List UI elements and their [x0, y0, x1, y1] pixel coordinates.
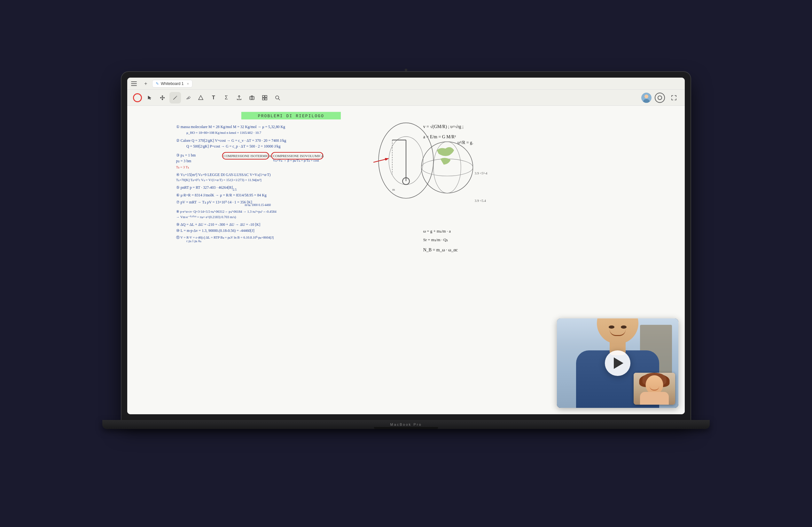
svg-text:⑪  V = R·V  =  ε·46[ε]   ΔL = : ⑪ V = R·V = ε·46[ε] ΔL = RTP B₂ = p₁V ln…	[176, 236, 274, 239]
move-icon	[160, 95, 165, 101]
svg-text:T₂ = 3 T₁: T₂ = 3 T₁	[176, 165, 189, 169]
svg-text:② Calore  Q = 370[2/gK]  V=cos: ② Calore Q = 370[2/gK] V=cost → G = c_v …	[176, 138, 286, 143]
text-tool-button[interactable]: T	[208, 92, 219, 104]
screen-content: + ✎ Whiteboard 1 ×	[127, 78, 685, 414]
svg-text:⑤ pnRT  p = RT · 327-403 · 462: ⑤ pnRT p = RT · 327-403 · 46264[R]	[176, 185, 233, 190]
webcam	[405, 69, 407, 71]
camera-icon	[249, 95, 255, 101]
text-icon: T	[212, 95, 215, 101]
thumbnail-person	[634, 373, 675, 405]
laptop-base: MacBook Pro	[102, 420, 710, 429]
laptop-brand-label: MacBook Pro	[390, 423, 422, 426]
svg-text:Q = 500[2/gK]  P=cost → G = c_: Q = 500[2/gK] P=cost → G = c_p · ΔT = 50…	[186, 144, 280, 149]
video-call-overlay[interactable]	[557, 318, 678, 408]
title-bar: + ✎ Whiteboard 1 ×	[127, 78, 685, 90]
svg-text:④ V₁=15[m³]  V₀=9    LEGGE DI : ④ V₁=15[m³] V₀=9 LEGGE DI GAY-LUSSAC V=V…	[176, 172, 271, 177]
play-icon	[614, 357, 623, 369]
search-tool-button[interactable]	[272, 92, 283, 104]
user-avatar-button[interactable]	[641, 93, 652, 103]
svg-line-53	[373, 159, 387, 162]
add-tab-button[interactable]: +	[142, 80, 150, 88]
svg-point-3	[251, 97, 253, 99]
toolbar-right-controls	[641, 92, 680, 104]
screen-bezel: + ✎ Whiteboard 1 ×	[127, 78, 685, 414]
svg-text:3.9 <5.4: 3.9 <5.4	[475, 199, 486, 202]
svg-rect-4	[262, 95, 264, 97]
menu-icon[interactable]	[131, 81, 137, 86]
svg-text:① massa molecolare M = 28 Kg/m: ① massa molecolare M = 28 Kg/mol M = 32 …	[176, 124, 285, 129]
svg-text:p₂ = 3 bm: p₂ = 3 bm	[176, 159, 191, 163]
svg-text:υ²/R = g.: υ²/R = g.	[458, 140, 474, 145]
toolbar: T Σ	[127, 90, 685, 106]
svg-text:N_B = m_ω · ω_αc: N_B = m_ω · ω_αc	[423, 247, 458, 252]
expand-button[interactable]	[668, 92, 680, 104]
laptop-hinge	[374, 427, 438, 429]
svg-text:m·n₂              1000  0.15·4: m·n₂ 1000 0.15·4460	[245, 203, 271, 207]
grid-icon	[262, 95, 267, 101]
pen-tool-button[interactable]	[170, 92, 181, 104]
search-icon	[275, 95, 280, 101]
circle-icon	[133, 93, 142, 102]
svg-text:μ_HO = 18+80=108 Kg/mol    n k: μ_HO = 18+80=108 Kg/mol n kmol = 1165/40…	[186, 131, 261, 134]
select-icon	[147, 95, 152, 100]
svg-text:⑦ pV = mRT  →  T₂    ρV   = 13: ⑦ pV = mRT → T₂ ρV = 13+10⁵·14 · 1 = 356…	[176, 200, 252, 205]
whiteboard-tab[interactable]: ✎ Whiteboard 1 ×	[152, 80, 192, 88]
avatar-icon	[641, 93, 652, 103]
record-button[interactable]	[655, 93, 665, 103]
svg-text:v = √(GM/R)   ;    υ=√rg  ;: v = √(GM/R) ; υ=√rg ;	[423, 124, 464, 129]
canvas-area[interactable]: PROBLEMI DI RIEPILOGO ① massa molecolare…	[127, 106, 685, 414]
svg-rect-6	[262, 98, 264, 100]
pen-icon	[172, 95, 178, 101]
shape-icon	[198, 95, 204, 101]
svg-marker-1	[199, 95, 203, 100]
tab-close-button[interactable]: ×	[187, 82, 189, 86]
eraser-icon	[185, 95, 191, 101]
eraser-tool-button[interactable]	[182, 92, 194, 104]
svg-text:T₁=70[K]  T₂=0°c   V₀ = V/(1+α: T₁=70[K] T₂=0°c V₀ = V/(1+α·T) = 15/(1+1…	[176, 178, 261, 182]
svg-text:⑩  L = m·p·Δv = 1.3, 90000.(0.: ⑩ L = m·p·Δv = 1.3, 90000.(0.18-0.56) = …	[176, 228, 255, 233]
svg-point-11	[644, 94, 648, 99]
svg-text:V₁=V₂ → β = p₂/T₁ = p/T₂ = cos: V₁=V₂ → β = p₂/T₁ = p/T₂ = cost	[273, 159, 319, 162]
svg-text:COMPRESSIONE ISOTERMICA: COMPRESSIONE ISOTERMICA	[223, 154, 272, 158]
record-icon	[657, 95, 662, 100]
tab-label: Whiteboard 1	[161, 81, 184, 86]
expand-icon	[671, 95, 677, 101]
grid-tool-button[interactable]	[259, 92, 271, 104]
svg-text:3.9 <5²-4: 3.9 <5²-4	[475, 171, 488, 175]
svg-text:⑧ p·e^α·cv·  Q=3·14=3.5·π₁²·06: ⑧ p·e^α·cv· Q=3·14=3.5·π₁²·06312→ p₁²·06…	[176, 210, 277, 213]
laptop-screen-outer: + ✎ Whiteboard 1 ×	[121, 72, 691, 420]
upload-tool-button[interactable]	[233, 92, 245, 104]
svg-line-0	[176, 96, 176, 97]
svg-text:ω = g + m₁/m · a: ω = g + m₁/m · a	[423, 229, 451, 234]
svg-rect-7	[265, 98, 267, 100]
svg-text:→  Vm·e⁻⁰·¹⁵²³  =  π₂=  e^(0.2: → Vm·e⁻⁰·¹⁵²³ = π₂= e^(0.2183) 0.703 m/s…	[176, 215, 236, 219]
svg-text:c    p₂    1                  : c p₂ 1 p₂ A₁	[186, 239, 201, 243]
move-tool-button[interactable]	[157, 92, 168, 104]
circle-tool-button[interactable]	[132, 93, 143, 103]
laptop-wrapper: + ✎ Whiteboard 1 ×	[118, 72, 694, 455]
svg-text:③ p₁ = 1 bm: ③ p₁ = 1 bm	[176, 153, 195, 157]
formula-tool-button[interactable]: Σ	[221, 92, 232, 104]
svg-text:PROBLEMI DI RIEPILOGO: PROBLEMI DI RIEPILOGO	[258, 114, 324, 119]
shape-tool-button[interactable]	[195, 92, 206, 104]
camera-tool-button[interactable]	[246, 92, 258, 104]
svg-text:⑨  ΔQ = ΔL + ΔU = -210 = -300 : ⑨ ΔQ = ΔL + ΔU = -210 = -300 + ΔU → ΔU =…	[176, 222, 260, 227]
svg-text:Sr = m₁/m · Q₁: Sr = m₁/m · Q₁	[423, 238, 448, 242]
svg-text:2.5: 2.5	[233, 188, 236, 191]
tab-icon: ✎	[156, 81, 159, 86]
svg-rect-5	[265, 95, 267, 97]
thumbnail-video	[634, 373, 675, 405]
play-button[interactable]	[605, 350, 630, 376]
svg-text:COMPRESSIONE ISOVOLUMICA: COMPRESSIONE ISOVOLUMICA	[273, 154, 324, 158]
upload-icon	[236, 95, 242, 101]
select-tool-button[interactable]	[144, 92, 155, 104]
svg-text:⑥ μ·R=R = 8314 J/molK → μ = R/: ⑥ μ·R=R = 8314 J/molK → μ = R/R = 8314/5…	[176, 193, 266, 197]
sigma-icon: Σ	[225, 95, 228, 101]
svg-text:m: m	[392, 187, 395, 191]
svg-line-9	[278, 99, 280, 100]
